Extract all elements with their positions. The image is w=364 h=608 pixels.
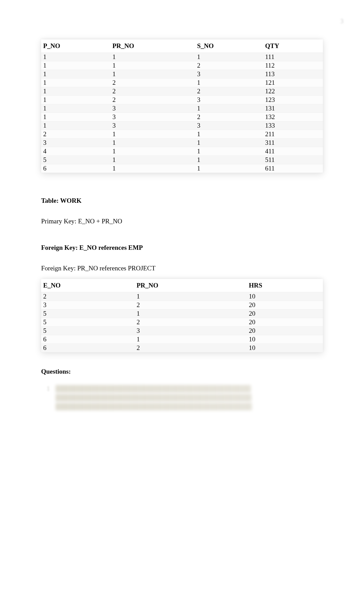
cell: 3: [135, 327, 247, 335]
cell: 1: [195, 139, 263, 147]
cell: 6: [41, 164, 110, 173]
cell: 20: [247, 327, 323, 335]
table-row: 5320: [41, 327, 323, 335]
table-row: 2110: [41, 292, 323, 301]
table2-body: 2110 3220 5120 5220 5320 6110 6210: [41, 292, 323, 352]
table1-header-row: P_NO PR_NO S_NO QTY: [41, 39, 323, 53]
cell: 1: [110, 147, 195, 156]
cell: 10: [247, 292, 323, 301]
cell: 4: [41, 147, 110, 156]
cell: 1: [110, 61, 195, 70]
table-row: 511511: [41, 156, 323, 164]
cell: 3: [195, 70, 263, 79]
cell: 20: [247, 309, 323, 318]
cell: 121: [263, 79, 323, 87]
table-row: 121121: [41, 79, 323, 87]
table-row: 132132: [41, 113, 323, 121]
cell: 1: [195, 53, 263, 61]
cell: 3: [195, 96, 263, 104]
cell: 133: [263, 121, 323, 130]
cell: 112: [263, 61, 323, 70]
table-row: 113113: [41, 70, 323, 79]
table-row: 5220: [41, 318, 323, 327]
table2-header-row: E_NO PR_NO HRS: [41, 279, 323, 292]
cell: 1: [195, 164, 263, 173]
cell: 1: [110, 164, 195, 173]
cell: 1: [195, 147, 263, 156]
table1-header-pno: P_NO: [41, 39, 110, 53]
cell: 3: [110, 121, 195, 130]
cell: 311: [263, 139, 323, 147]
cell: 5: [41, 327, 135, 335]
table1-container: P_NO PR_NO S_NO QTY 111111 112112 113113…: [41, 39, 323, 173]
cell: 1: [41, 87, 110, 96]
cell: 132: [263, 113, 323, 121]
work-foreign-key-emp: Foreign Key: E_NO references EMP: [41, 244, 323, 252]
cell: 131: [263, 104, 323, 113]
document-page: 3 P_NO PR_NO S_NO QTY 111111 112112 1131…: [0, 0, 364, 410]
table-row: 311311: [41, 139, 323, 147]
table-row: 131131: [41, 104, 323, 113]
blurred-text-line: [56, 403, 252, 410]
blurred-text-line: [56, 394, 252, 401]
table-row: 5120: [41, 309, 323, 318]
table-row: 111111: [41, 53, 323, 61]
cell: 1: [41, 121, 110, 130]
table-row: 6210: [41, 344, 323, 352]
cell: 1: [110, 70, 195, 79]
blurred-question-number: 1: [47, 385, 50, 393]
cell: 2: [135, 318, 247, 327]
cell: 2: [110, 96, 195, 104]
cell: 2: [41, 292, 135, 301]
cell: 1: [41, 113, 110, 121]
cell: 20: [247, 301, 323, 309]
cell: 5: [41, 309, 135, 318]
cell: 6: [41, 335, 135, 344]
cell: 10: [247, 335, 323, 344]
table2-container: E_NO PR_NO HRS 2110 3220 5120 5220 5320 …: [41, 279, 323, 352]
cell: 122: [263, 87, 323, 96]
cell: 1: [110, 156, 195, 164]
cell: 2: [195, 113, 263, 121]
table-row: 6110: [41, 335, 323, 344]
cell: 3: [110, 104, 195, 113]
cell: 1: [41, 70, 110, 79]
cell: 123: [263, 96, 323, 104]
cell: 1: [135, 335, 247, 344]
cell: 1: [135, 309, 247, 318]
cell: 1: [41, 79, 110, 87]
cell: 113: [263, 70, 323, 79]
cell: 2: [110, 87, 195, 96]
cell: 5: [41, 156, 110, 164]
cell: 2: [195, 61, 263, 70]
table2-header-prno: PR_NO: [135, 279, 247, 292]
cell: 211: [263, 130, 323, 139]
cell: 3: [41, 139, 110, 147]
table-row: 122122: [41, 87, 323, 96]
cell: 2: [135, 301, 247, 309]
table-work-title: Table: WORK: [41, 197, 323, 204]
blurred-question-1: 1: [47, 385, 323, 410]
table-row: 3220: [41, 301, 323, 309]
cell: 5: [41, 318, 135, 327]
cell: 2: [110, 79, 195, 87]
cell: 111: [263, 53, 323, 61]
cell: 511: [263, 156, 323, 164]
table-row: 411411: [41, 147, 323, 156]
table2: E_NO PR_NO HRS 2110 3220 5120 5220 5320 …: [41, 279, 323, 352]
cell: 1: [41, 104, 110, 113]
table-row: 133133: [41, 121, 323, 130]
cell: 1: [195, 156, 263, 164]
cell: 20: [247, 318, 323, 327]
cell: 3: [41, 301, 135, 309]
table-row: 211211: [41, 130, 323, 139]
table1: P_NO PR_NO S_NO QTY 111111 112112 113113…: [41, 39, 323, 173]
table1-header-sno: S_NO: [195, 39, 263, 53]
table2-header-hrs: HRS: [247, 279, 323, 292]
cell: 2: [135, 344, 247, 352]
cell: 3: [195, 121, 263, 130]
cell: 1: [135, 292, 247, 301]
page-number: 3: [340, 18, 343, 25]
work-primary-key: Primary Key: E_NO + PR_NO: [41, 218, 323, 225]
table1-header-prno: PR_NO: [110, 39, 195, 53]
